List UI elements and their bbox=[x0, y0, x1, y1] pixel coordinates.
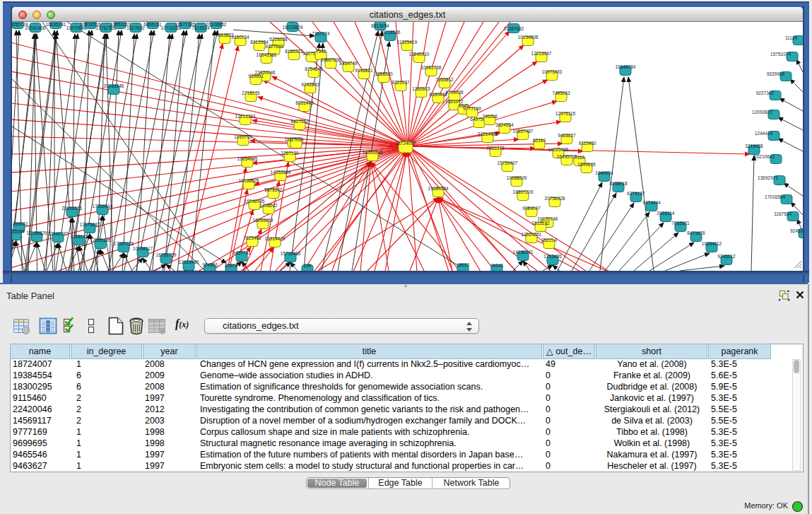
svg-text:10958117: 10958117 bbox=[133, 246, 153, 251]
svg-text:9227342: 9227342 bbox=[756, 90, 775, 95]
svg-text:7485063: 7485063 bbox=[552, 90, 570, 95]
svg-text:19384554: 19384554 bbox=[428, 186, 449, 191]
svg-text:10025488: 10025488 bbox=[548, 147, 569, 152]
svg-text:3215958: 3215958 bbox=[745, 144, 763, 148]
svg-text:1498222: 1498222 bbox=[259, 203, 278, 208]
svg-text:13975887: 13975887 bbox=[80, 222, 100, 227]
svg-text:9115460: 9115460 bbox=[579, 141, 596, 146]
svg-text:21564436: 21564436 bbox=[478, 132, 498, 136]
svg-text:7546: 7546 bbox=[316, 49, 326, 54]
svg-text:8322037: 8322037 bbox=[392, 80, 410, 85]
svg-text:20756928: 20756928 bbox=[545, 196, 565, 201]
svg-text:10210643: 10210643 bbox=[754, 154, 775, 159]
svg-text:16635241: 16635241 bbox=[46, 22, 66, 27]
svg-text:9329906: 9329906 bbox=[767, 71, 785, 76]
svg-text:8031443: 8031443 bbox=[295, 100, 314, 105]
svg-text:5878342: 5878342 bbox=[264, 187, 283, 192]
svg-text:20387682: 20387682 bbox=[504, 26, 524, 31]
svg-text:15751074: 15751074 bbox=[770, 52, 791, 57]
svg-text:18300295: 18300295 bbox=[363, 150, 383, 155]
svg-text:16782759: 16782759 bbox=[156, 252, 177, 257]
svg-text:92450: 92450 bbox=[790, 228, 803, 233]
svg-text:19166825: 19166825 bbox=[239, 178, 259, 183]
svg-text:1895061: 1895061 bbox=[10, 221, 28, 226]
svg-text:2933114: 2933114 bbox=[657, 211, 675, 216]
svg-text:7886372: 7886372 bbox=[486, 146, 505, 151]
svg-text:12923486: 12923486 bbox=[179, 259, 199, 264]
svg-text:1145191: 1145191 bbox=[71, 234, 88, 239]
svg-text:11325419: 11325419 bbox=[397, 40, 418, 45]
svg-text:16033809: 16033809 bbox=[283, 25, 303, 30]
svg-text:2718176: 2718176 bbox=[242, 90, 260, 95]
svg-text:10654112: 10654112 bbox=[702, 241, 722, 246]
svg-text:8990448: 8990448 bbox=[429, 92, 447, 97]
svg-text:109: 109 bbox=[304, 263, 312, 268]
svg-text:9474444: 9474444 bbox=[642, 200, 661, 205]
svg-text:1362615: 1362615 bbox=[412, 86, 430, 91]
svg-text:1167534: 1167534 bbox=[774, 211, 792, 216]
svg-text:9327509: 9327509 bbox=[265, 44, 283, 49]
svg-text:20091406: 20091406 bbox=[25, 25, 46, 30]
svg-text:13640910: 13640910 bbox=[409, 52, 430, 57]
svg-text:8813054: 8813054 bbox=[371, 23, 389, 28]
svg-text:99245: 99245 bbox=[490, 263, 503, 268]
svg-text:3267130: 3267130 bbox=[281, 151, 299, 156]
svg-text:7357274: 7357274 bbox=[312, 31, 330, 36]
svg-text:20106852: 20106852 bbox=[206, 22, 227, 27]
svg-text:83970: 83970 bbox=[225, 263, 237, 268]
svg-text:8938918: 8938918 bbox=[609, 181, 628, 186]
svg-text:1899695: 1899695 bbox=[577, 162, 596, 167]
svg-text:12213967: 12213967 bbox=[531, 51, 552, 56]
svg-text:11124: 11124 bbox=[785, 35, 797, 40]
svg-text:117006: 117006 bbox=[288, 137, 304, 142]
svg-text:10154808: 10154808 bbox=[518, 35, 539, 40]
svg-text:1244419: 1244419 bbox=[755, 131, 773, 136]
svg-text:17359914: 17359914 bbox=[93, 204, 113, 209]
svg-text:8186323: 8186323 bbox=[285, 49, 303, 54]
svg-text:9457791: 9457791 bbox=[233, 250, 251, 255]
svg-text:1588520: 1588520 bbox=[375, 71, 393, 76]
svg-text:1527602: 1527602 bbox=[126, 25, 145, 30]
svg-text:16914479: 16914479 bbox=[265, 236, 286, 241]
svg-text:252214: 252214 bbox=[541, 238, 557, 243]
svg-text:8454749: 8454749 bbox=[339, 61, 358, 66]
svg-text:939601: 939601 bbox=[248, 74, 264, 78]
svg-text:13218506: 13218506 bbox=[380, 30, 401, 35]
svg-text:5226058: 5226058 bbox=[269, 37, 288, 42]
svg-text:6794028: 6794028 bbox=[445, 90, 464, 95]
svg-text:746266: 746266 bbox=[482, 114, 498, 119]
svg-text:8471676: 8471676 bbox=[687, 230, 705, 235]
svg-text:9777169: 9777169 bbox=[463, 106, 481, 111]
svg-text:12213363: 12213363 bbox=[235, 114, 256, 119]
svg-text:14136141: 14136141 bbox=[513, 250, 534, 255]
svg-text:14353584: 14353584 bbox=[271, 170, 291, 175]
svg-text:13692971: 13692971 bbox=[758, 175, 778, 180]
svg-text:18724007: 18724007 bbox=[396, 141, 416, 146]
svg-text:10807487: 10807487 bbox=[513, 129, 534, 134]
svg-text:9245012: 9245012 bbox=[717, 254, 736, 259]
svg-text:9146821: 9146821 bbox=[355, 68, 373, 73]
svg-text:13524851: 13524851 bbox=[522, 232, 542, 237]
svg-text:924503: 924503 bbox=[202, 262, 218, 267]
svg-text:29867608: 29867608 bbox=[321, 57, 341, 62]
svg-text:9164: 9164 bbox=[575, 155, 585, 160]
svg-text:15716485: 15716485 bbox=[281, 251, 301, 256]
svg-text:12093872: 12093872 bbox=[752, 110, 772, 115]
svg-text:12975115: 12975115 bbox=[555, 111, 576, 116]
svg-text:9084047: 9084047 bbox=[522, 206, 541, 211]
svg-text:7955812: 7955812 bbox=[435, 77, 454, 82]
svg-text:1010755: 1010755 bbox=[234, 134, 252, 139]
svg-text:12505135: 12505135 bbox=[90, 238, 111, 243]
svg-text:10973493: 10973493 bbox=[542, 69, 563, 74]
svg-text:20053346: 20053346 bbox=[104, 83, 124, 88]
svg-text:10688609: 10688609 bbox=[507, 175, 527, 180]
svg-text:6466161: 6466161 bbox=[143, 22, 162, 27]
svg-text:1640954: 1640954 bbox=[595, 170, 613, 175]
svg-text:9242843: 9242843 bbox=[301, 82, 319, 87]
svg-text:16648784: 16648784 bbox=[616, 64, 636, 69]
svg-text:62160: 62160 bbox=[533, 138, 546, 143]
svg-text:18807209: 18807209 bbox=[513, 189, 534, 194]
svg-text:1615132: 1615132 bbox=[531, 221, 550, 226]
svg-text:12156829: 12156829 bbox=[27, 230, 47, 235]
svg-text:12942737: 12942737 bbox=[48, 231, 69, 236]
